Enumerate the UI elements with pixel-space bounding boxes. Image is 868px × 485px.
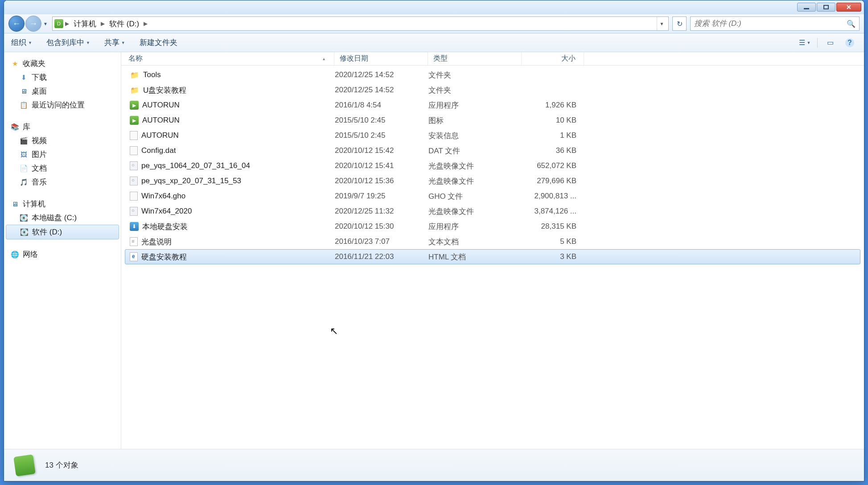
sidebar-item-desktop[interactable]: 🖥桌面 (6, 84, 119, 98)
file-row[interactable]: 光盘说明2016/10/23 7:07文本文档5 KB (125, 234, 860, 249)
file-row[interactable]: AUTORUN2015/5/10 2:45安装信息1 KB (125, 128, 860, 143)
favorites-group: ★收藏夹 ⬇下载 🖥桌面 📋最近访问的位置 (6, 57, 119, 112)
sidebar-item-documents[interactable]: 📄文档 (6, 161, 119, 175)
file-name: Win7x64_2020 (141, 207, 192, 216)
preview-pane-button[interactable]: ▭ (823, 37, 837, 49)
maximize-icon (823, 5, 829, 9)
crumb-sep-icon: ▶ (101, 21, 105, 27)
file-row[interactable]: ▶AUTORUN2016/1/8 4:54应用程序1,926 KB (125, 98, 860, 113)
file-type: 文本文档 (428, 237, 522, 247)
html-icon (130, 252, 138, 261)
share-menu[interactable]: 共享▼ (104, 37, 125, 48)
sidebar-item-videos[interactable]: 🎬视频 (6, 134, 119, 148)
sidebar-item-label: 软件 (D:) (32, 227, 62, 237)
sort-indicator-icon: ▴ (323, 56, 325, 61)
file-size: 5 KB (522, 237, 584, 246)
dropdown-icon: ▼ (28, 41, 32, 45)
file-row[interactable]: ⬇本地硬盘安装2020/10/12 15:30应用程序28,315 KB (125, 219, 860, 234)
sidebar-item-label: 图片 (32, 149, 47, 160)
nav-arrows: ← → ▼ (8, 16, 49, 32)
file-size: 36 KB (522, 146, 584, 155)
column-headers: 名称▴ 修改日期 类型 大小 (121, 52, 864, 66)
back-button[interactable]: ← (8, 16, 25, 32)
refresh-button[interactable]: ↻ (672, 16, 687, 31)
network-group: 🌐网络 (6, 247, 119, 261)
file-size: 1 KB (522, 131, 584, 140)
file-pane: 名称▴ 修改日期 类型 大小 📁Tools2020/12/25 14:52文件夹… (121, 52, 864, 449)
file-icon (130, 146, 138, 155)
file-row[interactable]: Config.dat2020/10/12 15:42DAT 文件36 KB (125, 143, 860, 158)
navigation-pane: ★收藏夹 ⬇下载 🖥桌面 📋最近访问的位置 📚库 🎬视频 🖼图片 📄文档 🎵音乐… (4, 52, 121, 449)
close-icon: ✕ (846, 4, 852, 11)
file-size: 3 KB (522, 252, 584, 261)
network-label: 网络 (23, 249, 38, 259)
sidebar-item-downloads[interactable]: ⬇下载 (6, 70, 119, 84)
refresh-icon: ↻ (677, 20, 683, 28)
sidebar-item-pictures[interactable]: 🖼图片 (6, 148, 119, 161)
favorites-header[interactable]: ★收藏夹 (6, 57, 119, 70)
file-type: 应用程序 (428, 100, 522, 111)
file-date: 2020/12/25 11:32 (335, 207, 428, 216)
share-label: 共享 (104, 37, 119, 48)
file-date: 2020/10/12 15:36 (335, 177, 428, 185)
column-size-label: 大小 (561, 54, 576, 63)
help-button[interactable]: ? (843, 37, 857, 49)
sidebar-item-drive-d[interactable]: 💽软件 (D:) (6, 225, 119, 239)
column-type[interactable]: 类型 (428, 52, 522, 65)
minimize-button[interactable] (797, 3, 816, 12)
address-dropdown[interactable]: ▼ (657, 17, 666, 30)
search-input[interactable] (694, 19, 847, 28)
file-size: 2,900,813 ... (522, 192, 584, 201)
file-row[interactable]: 硬盘安装教程2016/11/21 22:03HTML 文档3 KB (125, 249, 860, 264)
column-name[interactable]: 名称▴ (121, 52, 334, 65)
sidebar-item-music[interactable]: 🎵音乐 (6, 175, 119, 189)
file-row[interactable]: Win7x64_20202020/12/25 11:32光盘映像文件3,874,… (125, 204, 860, 219)
maximize-button[interactable] (817, 3, 835, 12)
new-folder-label: 新建文件夹 (140, 37, 177, 48)
file-size: 10 KB (522, 116, 584, 125)
file-type: HTML 文档 (428, 252, 522, 262)
sidebar-item-label: 文档 (32, 163, 47, 173)
column-date[interactable]: 修改日期 (334, 52, 428, 65)
address-bar[interactable]: D ▶ 计算机 ▶ 软件 (D:) ▶ ▼ (52, 16, 669, 31)
library-icon: 📚 (10, 123, 19, 132)
organize-menu[interactable]: 组织▼ (11, 37, 32, 48)
file-row[interactable]: 📁Tools2020/12/25 14:52文件夹 (125, 67, 860, 82)
libraries-header[interactable]: 📚库 (6, 120, 119, 134)
include-library-label: 包含到库中 (46, 37, 84, 48)
computer-header[interactable]: 🖥计算机 (6, 197, 119, 211)
file-name: 本地硬盘安装 (142, 222, 188, 232)
search-icon: 🔍 (847, 20, 856, 28)
search-box[interactable]: 🔍 (690, 16, 860, 31)
file-row[interactable]: 📁U盘安装教程2020/12/25 14:52文件夹 (125, 82, 860, 98)
toolbar: 组织▼ 包含到库中▼ 共享▼ 新建文件夹 ☰▼ ▭ ? (4, 33, 864, 52)
network-header[interactable]: 🌐网络 (6, 247, 119, 261)
desktop-icon: 🖥 (19, 87, 28, 96)
breadcrumb-computer[interactable]: 计算机 (71, 19, 99, 29)
file-row[interactable]: pe_yqs_xp_20_07_31_15_532020/10/12 15:36… (125, 173, 860, 189)
history-dropdown[interactable]: ▼ (42, 16, 49, 32)
dropdown-icon: ▼ (86, 41, 90, 45)
file-name: pe_yqs_xp_20_07_31_15_53 (141, 177, 241, 185)
column-size[interactable]: 大小 (522, 52, 584, 65)
file-type: 光盘映像文件 (428, 176, 522, 186)
file-name: pe_yqs_1064_20_07_31_16_04 (141, 161, 250, 170)
new-folder-button[interactable]: 新建文件夹 (140, 37, 177, 48)
view-mode-button[interactable]: ☰▼ (798, 37, 812, 49)
file-row[interactable]: Win7x64.gho2019/9/7 19:25GHO 文件2,900,813… (125, 189, 860, 204)
organize-label: 组织 (11, 37, 26, 48)
toolbar-right: ☰▼ ▭ ? (798, 37, 857, 49)
file-row[interactable]: pe_yqs_1064_20_07_31_16_042020/10/12 15:… (125, 158, 860, 173)
sidebar-item-recent[interactable]: 📋最近访问的位置 (6, 98, 119, 112)
minimize-icon (804, 8, 809, 9)
sidebar-item-drive-c[interactable]: 💽本地磁盘 (C:) (6, 211, 119, 225)
sidebar-item-label: 下载 (32, 72, 47, 82)
breadcrumb-drive[interactable]: 软件 (D:) (107, 19, 142, 29)
file-date: 2020/10/12 15:30 (335, 222, 428, 231)
file-row[interactable]: ▶AUTORUN2015/5/10 2:45图标10 KB (125, 113, 860, 128)
file-name: U盘安装教程 (143, 85, 186, 95)
forward-button[interactable]: → (25, 16, 41, 32)
close-button[interactable]: ✕ (836, 3, 861, 12)
star-icon: ★ (10, 59, 19, 68)
include-library-menu[interactable]: 包含到库中▼ (46, 37, 90, 48)
